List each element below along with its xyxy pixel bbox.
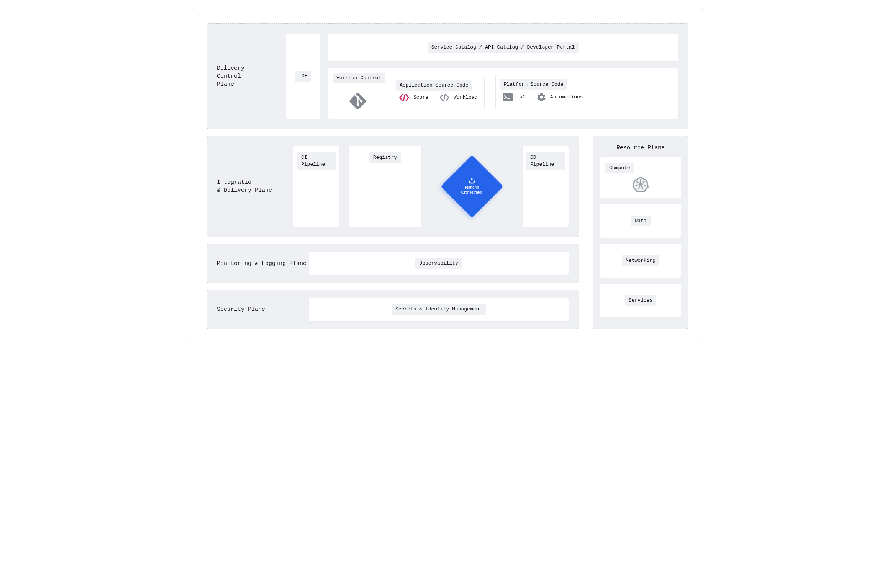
- monitoring-logging-plane: Monitoring & Logging Plane Observability: [207, 244, 579, 283]
- orchestrator-smile-icon: [461, 178, 483, 184]
- security-plane: Security Plane Secrets & Identity Manage…: [207, 290, 579, 329]
- resource-plane: Resource Plane Compute Data Networking S…: [593, 136, 688, 329]
- terminal-icon: [503, 93, 513, 101]
- security-plane-label: Security Plane: [217, 305, 309, 314]
- data-card: Data: [600, 204, 681, 238]
- svg-point-2: [471, 178, 473, 180]
- networking-chip: Networking: [622, 255, 659, 266]
- observability-card: Observability: [309, 252, 569, 275]
- data-chip: Data: [631, 216, 650, 226]
- automations-label: Automations: [550, 94, 583, 101]
- observability-chip: Observability: [415, 258, 462, 269]
- svg-point-12: [639, 183, 642, 186]
- integration-plane-label: Integration & Delivery Plane: [217, 178, 293, 194]
- workload-label: Workload: [454, 94, 477, 101]
- compute-card: Compute: [600, 157, 681, 198]
- orchestrator-line1: Platform: [461, 185, 483, 190]
- ci-pipeline-chip: CI Pipeline: [297, 152, 336, 170]
- secrets-chip: Secrets & Identity Management: [392, 304, 486, 315]
- platform-orchestrator: Platform Orchestrator: [431, 146, 513, 227]
- ide-card: IDE: [286, 34, 320, 119]
- version-control-chip: Version Control: [333, 73, 385, 83]
- score-item: Score: [399, 93, 428, 102]
- cd-pipeline-chip: CD Pipeline: [526, 152, 565, 170]
- automations-item: Automations: [536, 92, 583, 102]
- delivery-control-plane: Delivery Control Plane IDE Service Catal…: [207, 23, 688, 129]
- service-catalog-chip: Service Catalog / API Catalog / Develope…: [428, 42, 579, 53]
- compute-chip: Compute: [605, 163, 634, 173]
- svg-rect-0: [503, 93, 513, 101]
- gear-icon: [536, 92, 546, 102]
- diagram-canvas: Delivery Control Plane IDE Service Catal…: [191, 8, 704, 345]
- secrets-card: Secrets & Identity Management: [309, 298, 569, 321]
- services-card: Services: [600, 284, 681, 317]
- git-icon: [349, 93, 366, 109]
- monitoring-plane-label: Monitoring & Logging Plane: [217, 260, 309, 268]
- platform-source-code-card: Platform Source Code IaC Automations: [495, 75, 590, 109]
- platform-source-code-chip: Platform Source Code: [500, 79, 567, 90]
- resource-plane-label: Resource Plane: [600, 144, 681, 152]
- kubernetes-icon: [632, 176, 649, 193]
- score-icon: [399, 93, 410, 102]
- service-catalog-card: Service Catalog / API Catalog / Develope…: [328, 34, 678, 61]
- networking-card: Networking: [600, 244, 681, 278]
- code-icon: [439, 93, 450, 102]
- iac-label: IaC: [516, 94, 525, 101]
- services-chip: Services: [625, 295, 656, 306]
- ide-chip: IDE: [295, 71, 311, 82]
- workload-item: Workload: [439, 93, 477, 102]
- cd-pipeline-card: CD Pipeline: [523, 146, 569, 227]
- delivery-plane-label: Delivery Control Plane: [217, 64, 286, 88]
- ci-pipeline-card: CI Pipeline: [293, 146, 339, 227]
- lower-row: Integration & Delivery Plane CI Pipeline…: [207, 136, 688, 329]
- score-label: Score: [413, 94, 428, 101]
- application-source-code-card: Application Source Code Score Workload: [392, 76, 485, 109]
- registry-chip: Registry: [369, 152, 401, 163]
- orchestrator-line2: Orchestrator: [461, 190, 483, 195]
- integration-delivery-plane: Integration & Delivery Plane CI Pipeline…: [207, 136, 579, 237]
- application-source-code-chip: Application Source Code: [396, 80, 472, 91]
- iac-item: IaC: [503, 92, 525, 102]
- version-control-card: Version Control Application Source Code: [328, 68, 678, 119]
- registry-card: Registry: [349, 146, 421, 227]
